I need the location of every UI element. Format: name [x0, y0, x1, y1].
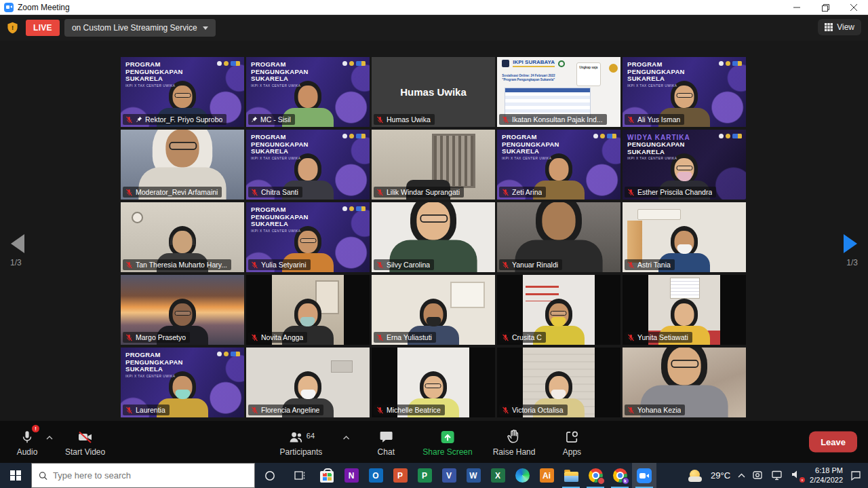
muted-mic-icon [627, 189, 635, 196]
participant-tile[interactable]: Michelle Beatrice [372, 348, 495, 417]
participant-tile[interactable]: Florencia Angeline [246, 348, 370, 417]
participant-tile[interactable]: PROGRAMPENGUNGKAPANSUKARELAIKPI X TAX CE… [246, 57, 370, 127]
silhouette-head [675, 158, 694, 181]
glasses [169, 142, 197, 150]
logo-dot [600, 134, 605, 138]
participant-tile[interactable]: PROGRAMPENGUNGKAPANSUKARELAIKPI X TAX CE… [497, 130, 620, 200]
taskbar-zoom-icon[interactable] [632, 463, 656, 488]
participants-button[interactable]: 64 Participants [280, 428, 323, 457]
participant-nameplate: Novita Angga [248, 332, 307, 343]
participant-tile[interactable]: Humas Uwika Humas Uwika [372, 57, 495, 127]
logo-dot [349, 134, 354, 138]
taskbar-publisher-icon[interactable]: P [412, 463, 437, 488]
muted-mic-icon [502, 189, 509, 196]
ungkap-saja-card: Ungkap saja [576, 62, 601, 86]
taskbar-powerpoint-icon[interactable]: P [388, 463, 412, 488]
taskbar-visio-icon[interactable]: V [437, 463, 461, 488]
participant-tile[interactable]: PROGRAMPENGUNGKAPANSUKARELAIKPI X TAX CE… [121, 348, 244, 417]
participant-tile[interactable]: Victoria Octalisa [497, 348, 620, 417]
audio-options-chevron[interactable] [46, 430, 53, 443]
task-view-icon [294, 470, 306, 481]
glasses [671, 360, 698, 368]
audio-button[interactable]: ! Audio [11, 428, 43, 457]
participant-name: Ali Yus Isman [637, 115, 680, 124]
meet-now-icon[interactable] [753, 470, 764, 481]
muted-mic-icon [502, 261, 509, 269]
participant-tile[interactable]: Yanuar Rinaldi [497, 202, 620, 272]
weather-icon[interactable] [688, 470, 703, 482]
participant-tile[interactable]: Tan Theresia Muharto Hary... [121, 202, 244, 272]
action-center-icon[interactable] [850, 470, 861, 481]
raise-hand-icon [507, 429, 521, 445]
search-input[interactable] [53, 470, 248, 481]
participant-tile[interactable]: Astri Tania [623, 202, 746, 272]
participant-tile[interactable]: Yunita Setiawati [623, 275, 746, 345]
taskbar-store-icon[interactable] [315, 463, 339, 488]
participant-grid: PROGRAMPENGUNGKAPANSUKARELAIKPI X TAX CE… [121, 57, 747, 417]
minimize-button[interactable] [783, 0, 811, 15]
previous-page-arrow[interactable] [11, 234, 24, 253]
participant-nameplate: Silvy Carolina [374, 259, 434, 270]
participant-tile[interactable]: Yohana Kezia [623, 348, 746, 417]
network-icon[interactable] [772, 470, 784, 481]
taskbar-word-icon[interactable]: W [461, 463, 486, 488]
chat-button[interactable]: Chat [370, 428, 402, 457]
muted-mic-icon [376, 407, 384, 414]
taskbar-chrome-icon[interactable]: k [608, 463, 632, 488]
encryption-shield-icon[interactable]: ! [6, 21, 19, 35]
face-mask [300, 390, 315, 399]
chrome-circle-icon [589, 468, 603, 483]
participant-nameplate: Victoria Octalisa [499, 405, 568, 415]
participant-tile[interactable]: Margo Prasetyo [121, 275, 244, 345]
next-page-arrow[interactable] [844, 234, 857, 253]
participant-tile[interactable]: Silvy Carolina [372, 202, 495, 272]
taskbar-excel-icon[interactable]: X [486, 463, 510, 488]
window-title: Zoom Meeting [18, 3, 70, 12]
temperature-label[interactable]: 29°C [711, 470, 730, 481]
face-mask [677, 172, 692, 181]
participant-tile[interactable]: Erna Yuliastuti [372, 275, 495, 345]
volume-muted-icon[interactable]: x [791, 470, 802, 482]
tray-overflow-chevron[interactable] [738, 473, 745, 478]
participant-name: Margo Prasetyo [136, 333, 186, 341]
taskbar-explorer-icon[interactable] [559, 463, 583, 488]
participant-tile[interactable]: PROGRAMPENGUNGKAPANSUKARELAIKPI X TAX CE… [246, 130, 370, 200]
taskbar-onenote-icon[interactable]: N [339, 463, 363, 488]
participant-tile[interactable]: WIDYA KARTIKAPENGUNGKAPANSUKARELAIKPI X … [623, 130, 746, 200]
participant-tile[interactable]: Crusita C [497, 275, 620, 345]
taskbar-clock[interactable]: 6:18 PM 2/24/2022 [810, 466, 843, 485]
silhouette-head [423, 376, 443, 398]
logo-dot [217, 61, 222, 66]
participant-tile[interactable]: PROGRAMPENGUNGKAPANSUKARELAIKPI X TAX CE… [246, 202, 370, 272]
participant-tile[interactable]: Novita Angga [246, 275, 370, 345]
virtual-background-text: PROGRAMPENGUNGKAPANSUKARELAIKPI X TAX CE… [125, 352, 183, 378]
close-button[interactable] [840, 0, 868, 15]
taskbar-chrome-icon[interactable] [583, 463, 608, 488]
taskbar-illustrator-icon[interactable]: Ai [534, 463, 559, 488]
view-button[interactable]: View [818, 19, 861, 35]
start-video-button[interactable]: Start Video [65, 428, 105, 457]
apps-button[interactable]: Apps [555, 428, 588, 457]
task-view-button[interactable] [285, 463, 315, 488]
streaming-service-dropdown[interactable]: on Custom Live Streaming Service [64, 19, 216, 37]
start-button[interactable] [0, 463, 31, 488]
ikpi-logo [356, 206, 366, 211]
leave-button[interactable]: Leave [809, 432, 857, 453]
participants-options-chevron[interactable] [342, 430, 349, 443]
participant-tile[interactable]: IKPI SURABAYASosialisasi Online: 24 Febr… [497, 57, 620, 127]
taskbar-edge-icon[interactable] [510, 463, 534, 488]
participant-tile[interactable]: PROGRAMPENGUNGKAPANSUKARELAIKPI X TAX CE… [121, 57, 244, 127]
taskbar-search[interactable] [31, 463, 255, 488]
muted-mic-icon [627, 407, 635, 414]
taskbar-outlook-icon[interactable]: O [363, 463, 388, 488]
participant-tile[interactable]: Lilik Windar Suprangati [372, 130, 495, 200]
participant-tile[interactable]: Moderator_Revi Arfamaini [121, 130, 244, 200]
share-screen-button[interactable]: Share Screen [422, 428, 472, 457]
muted-mic-icon [251, 334, 258, 341]
cortana-button[interactable] [255, 463, 285, 488]
raise-hand-button[interactable]: Raise Hand [493, 428, 536, 457]
restore-button[interactable] [811, 0, 840, 15]
participant-tile[interactable]: PROGRAMPENGUNGKAPANSUKARELAIKPI X TAX CE… [623, 57, 746, 127]
participant-name: Lilik Windar Suprangati [387, 188, 460, 196]
participant-name: Tan Theresia Muharto Hary... [136, 261, 227, 269]
